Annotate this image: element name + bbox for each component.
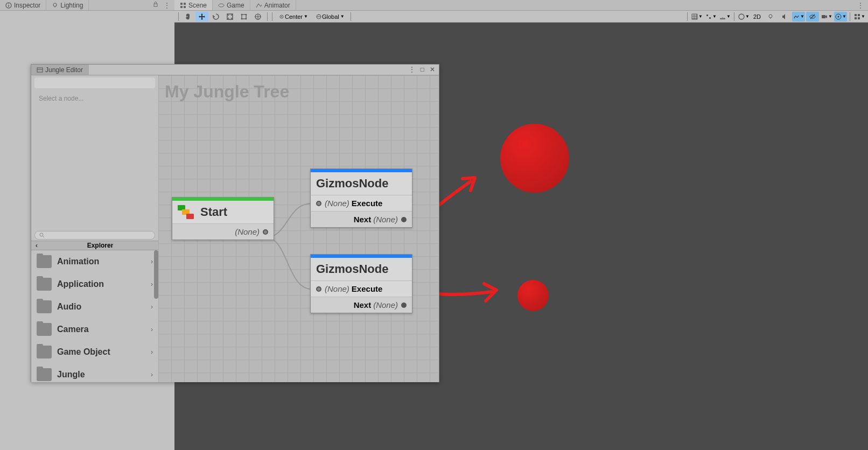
node-output-port-row[interactable]: (None) bbox=[172, 223, 274, 240]
svg-line-13 bbox=[261, 5, 262, 6]
svg-point-32 bbox=[769, 15, 772, 18]
explorer-folder-camera[interactable]: Camera› bbox=[31, 318, 158, 341]
folder-icon bbox=[37, 346, 52, 358]
draw-mode-button[interactable]: ▼ bbox=[737, 12, 750, 22]
increment-snap-button[interactable]: ▼ bbox=[704, 12, 717, 22]
window-menu-icon[interactable]: ⋮ bbox=[407, 66, 417, 73]
graph-node-gizmos-1[interactable]: GizmosNode (None) Execute Next (None) bbox=[310, 168, 412, 228]
folder-label: Animation bbox=[57, 257, 151, 266]
output-port-icon[interactable] bbox=[401, 217, 407, 222]
node-output-port-row[interactable]: Next (None) bbox=[311, 297, 412, 313]
explorer-title: Explorer bbox=[42, 242, 158, 249]
snap-settings-button[interactable]: ▼ bbox=[718, 12, 731, 22]
port-label: Next bbox=[354, 215, 372, 224]
fx-toggle-button[interactable]: ▼ bbox=[792, 12, 805, 22]
explorer-back-button[interactable]: ‹ bbox=[31, 242, 42, 249]
output-port-icon[interactable] bbox=[401, 303, 407, 308]
node-input-port-row[interactable]: (None) Execute bbox=[311, 195, 412, 211]
folder-label: Application bbox=[57, 279, 151, 289]
hand-tool-button[interactable] bbox=[181, 12, 194, 22]
overlays-menu-button[interactable]: ▼ bbox=[853, 12, 866, 22]
lock-icon[interactable] bbox=[153, 2, 158, 8]
2d-toggle-button[interactable]: 2D bbox=[751, 12, 763, 22]
svg-point-16 bbox=[241, 13, 243, 15]
explorer-header: ‹ Explorer bbox=[31, 241, 158, 250]
folder-label: Jungle bbox=[57, 370, 151, 379]
node-placeholder-text: Select a node... bbox=[31, 90, 158, 107]
tab-label: Scene bbox=[188, 2, 207, 9]
graph-node-gizmos-2[interactable]: GizmosNode (None) Execute Next (None) bbox=[310, 254, 412, 313]
gizmo-sphere-large bbox=[500, 124, 569, 193]
jungle-tab-bar: Jungle Editor ⋮ □ ✕ bbox=[31, 65, 439, 75]
chevron-right-icon: › bbox=[151, 303, 153, 311]
explorer-folder-game-object[interactable]: Game Object› bbox=[31, 341, 158, 363]
dropdown-arrow-icon: ▼ bbox=[340, 14, 345, 19]
tab-label: Jungle Editor bbox=[45, 66, 83, 74]
port-type-label: (None) bbox=[325, 284, 349, 293]
graph-node-start[interactable]: Start (None) bbox=[172, 197, 274, 240]
grid-snap-button[interactable]: ▼ bbox=[690, 12, 703, 22]
tab-animator[interactable]: Animator bbox=[250, 0, 296, 10]
svg-rect-6 bbox=[180, 3, 183, 5]
svg-point-18 bbox=[241, 18, 243, 19]
jungle-editor-window[interactable]: Jungle Editor ⋮ □ ✕ Select a node... ‹ E… bbox=[31, 64, 439, 382]
tab-context-menu-icon[interactable]: ⋮ bbox=[164, 2, 170, 9]
explorer-folder-audio[interactable]: Audio› bbox=[31, 296, 158, 318]
folder-label: Camera bbox=[57, 325, 151, 334]
port-type-label: (None) bbox=[373, 215, 398, 224]
svg-point-10 bbox=[219, 4, 224, 7]
node-properties-box[interactable] bbox=[34, 78, 155, 88]
tab-lighting[interactable]: Lighting bbox=[46, 0, 89, 10]
node-title: GizmosNode bbox=[316, 177, 388, 191]
camera-button[interactable]: ▼ bbox=[820, 12, 833, 22]
svg-line-46 bbox=[43, 236, 44, 237]
input-port-icon[interactable] bbox=[316, 201, 321, 206]
svg-rect-5 bbox=[154, 4, 157, 6]
input-port-icon[interactable] bbox=[316, 286, 321, 292]
window-maximize-icon[interactable]: □ bbox=[419, 66, 426, 73]
graph-title: My Jungle Tree bbox=[165, 82, 289, 102]
tab-scene[interactable]: Scene bbox=[174, 0, 213, 10]
explorer-folder-application[interactable]: Application› bbox=[31, 273, 158, 296]
window-close-icon[interactable]: ✕ bbox=[428, 66, 437, 73]
rect-tool-button[interactable] bbox=[237, 12, 250, 22]
audio-toggle-button[interactable] bbox=[778, 12, 791, 22]
folder-icon bbox=[37, 368, 52, 381]
pivot-mode-dropdown[interactable]: Center ▼ bbox=[275, 13, 311, 20]
tab-label: Inspector bbox=[14, 2, 40, 9]
transform-tool-button[interactable] bbox=[251, 12, 264, 22]
tab-inspector[interactable]: Inspector bbox=[0, 0, 46, 10]
tab-context-menu-icon[interactable]: ⋮ bbox=[857, 2, 864, 9]
gizmos-toggle-button[interactable]: ▼ bbox=[834, 12, 847, 22]
tab-game[interactable]: Game bbox=[213, 0, 250, 10]
scale-tool-button[interactable] bbox=[223, 12, 236, 22]
explorer-folder-animation[interactable]: Animation› bbox=[31, 250, 158, 273]
scene-visibility-button[interactable] bbox=[806, 12, 819, 22]
explorer-list: Animation› Application› Audio› Camera› G… bbox=[31, 250, 158, 382]
lighting-toggle-button[interactable] bbox=[764, 12, 777, 22]
tab-label: Game bbox=[227, 2, 244, 9]
output-port-icon[interactable] bbox=[263, 229, 268, 235]
tab-jungle-editor[interactable]: Jungle Editor bbox=[31, 65, 89, 75]
node-output-port-row[interactable]: Next (None) bbox=[311, 211, 412, 227]
svg-line-11 bbox=[256, 4, 258, 8]
handle-rotation-dropdown[interactable]: Global ▼ bbox=[312, 13, 348, 20]
rotate-tool-button[interactable] bbox=[209, 12, 222, 22]
move-tool-button[interactable] bbox=[195, 12, 208, 22]
svg-point-38 bbox=[838, 16, 839, 17]
chevron-right-icon: › bbox=[151, 258, 153, 265]
jungle-graph-canvas[interactable]: My Jungle Tree Start (None) bbox=[158, 75, 439, 382]
folder-label: Game Object bbox=[57, 347, 151, 357]
port-label: (None) bbox=[235, 227, 260, 236]
explorer-search-input[interactable] bbox=[34, 231, 155, 240]
folder-icon bbox=[37, 323, 52, 336]
explorer-folder-jungle[interactable]: Jungle› bbox=[31, 363, 158, 382]
chevron-right-icon: › bbox=[151, 371, 153, 378]
tab-label: Animator bbox=[264, 2, 290, 9]
scene-toolbar: Center ▼ Global ▼ ▼ ▼ ▼ ▼ 2D ▼ bbox=[174, 11, 868, 23]
lightbulb-icon bbox=[52, 2, 58, 9]
dropdown-arrow-icon: ▼ bbox=[304, 14, 308, 19]
port-label: Execute bbox=[352, 284, 383, 293]
svg-point-2 bbox=[8, 3, 9, 4]
node-input-port-row[interactable]: (None) Execute bbox=[311, 280, 412, 297]
